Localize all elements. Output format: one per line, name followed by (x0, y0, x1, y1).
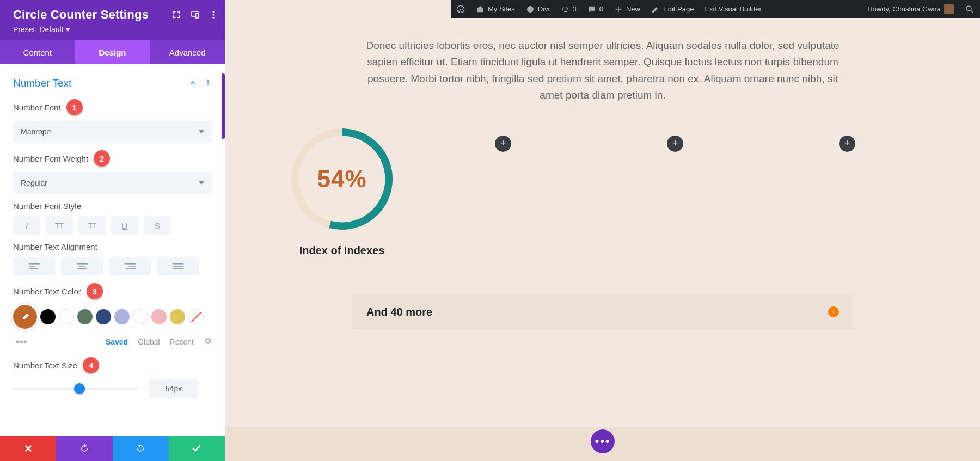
comments-link[interactable]: 0 (582, 0, 609, 18)
save-button[interactable] (169, 436, 225, 461)
divi-settings-panel: Circle Counter Settings Preset: Default … (0, 0, 225, 461)
palette-tab-recent[interactable]: Recent (170, 337, 194, 346)
align-left-button[interactable] (13, 257, 56, 275)
select-number-font[interactable]: Manrope (13, 121, 212, 143)
responsive-icon[interactable] (190, 10, 200, 22)
swatch-navy[interactable] (96, 309, 111, 324)
panel-header: Circle Counter Settings Preset: Default … (0, 0, 225, 40)
kebab-menu-icon[interactable] (204, 77, 212, 89)
redo-button[interactable] (113, 436, 169, 461)
style-underline-button[interactable]: U (111, 216, 138, 235)
group-number-text[interactable]: Number Text (13, 77, 212, 89)
updates-link[interactable]: 3 (555, 0, 582, 18)
kebab-menu-icon[interactable] (209, 10, 218, 22)
caret-down-icon: ▾ (66, 25, 70, 34)
swatch-pink[interactable] (151, 309, 167, 324)
label-number-text-color: Number Text Color 3 (13, 283, 212, 299)
label-number-font: Number Font 1 (13, 99, 212, 115)
style-strikethrough-button[interactable]: S (144, 216, 171, 235)
site-link[interactable]: Divi (520, 0, 555, 18)
swatch-white[interactable] (59, 309, 74, 324)
swatch-periwinkle[interactable] (114, 309, 130, 324)
label-number-font-style: Number Font Style (13, 201, 212, 211)
panel-body: Number Text Number Font 1 Manrope Number… (0, 64, 225, 436)
svg-point-3 (213, 14, 215, 16)
swatch-black[interactable] (40, 309, 56, 324)
svg-point-6 (207, 82, 209, 83)
svg-point-7 (207, 84, 209, 85)
avatar (944, 4, 954, 14)
accordion-item[interactable]: And 40 more + (352, 295, 853, 329)
preset-dropdown[interactable]: Preset: Default ▾ (13, 25, 212, 34)
label-number-font-weight: Number Font Weight 2 (13, 150, 212, 167)
align-center-button[interactable] (61, 257, 103, 275)
wp-logo[interactable] (451, 0, 470, 18)
palette-tab-global[interactable]: Global (138, 337, 160, 346)
swatch-gold[interactable] (170, 309, 185, 324)
my-sites-link[interactable]: My Sites (470, 0, 520, 18)
cancel-button[interactable] (0, 436, 56, 461)
swatch-sage[interactable] (77, 309, 93, 324)
panel-tabs: Content Design Advanced (0, 40, 225, 64)
page-settings-fab[interactable]: ••• (591, 429, 615, 453)
svg-point-21 (527, 6, 534, 13)
annotation-2: 2 (94, 150, 110, 167)
expand-icon[interactable] (171, 10, 181, 22)
svg-point-2 (213, 11, 215, 13)
svg-point-5 (207, 80, 209, 81)
slider-thumb[interactable] (74, 383, 85, 394)
tab-content[interactable]: Content (0, 40, 75, 64)
style-uppercase-button[interactable]: TT (46, 216, 73, 235)
svg-point-4 (213, 17, 215, 19)
circle-counter-number: 54% (289, 126, 395, 232)
edit-page-link[interactable]: Edit Page (646, 0, 699, 18)
palette-gear-icon[interactable] (204, 337, 212, 347)
accordion-expand-icon[interactable]: + (828, 306, 839, 317)
slider-number-text-size[interactable] (13, 388, 138, 390)
panel-footer-actions (0, 436, 225, 461)
annotation-4: 4 (83, 357, 99, 373)
add-module-button[interactable]: + (667, 136, 683, 152)
annotation-3: 3 (87, 283, 103, 299)
panel-scrollbar[interactable] (222, 73, 225, 139)
select-number-font-weight[interactable]: Regular (13, 172, 212, 194)
swatch-none[interactable] (188, 309, 204, 324)
style-italic-button[interactable]: I (13, 216, 40, 235)
input-number-text-size[interactable]: 54px (149, 379, 198, 398)
swatch-white2[interactable] (133, 309, 148, 324)
svg-point-22 (966, 6, 971, 11)
annotation-1: 1 (66, 99, 83, 115)
color-picker-button[interactable] (13, 305, 37, 329)
tab-design[interactable]: Design (75, 40, 150, 64)
add-module-button[interactable]: + (495, 136, 511, 152)
circle-counter-title: Index of Indexes (299, 244, 385, 257)
label-number-text-size: Number Text Size 4 (13, 357, 212, 373)
new-link[interactable]: New (609, 0, 646, 18)
svg-rect-1 (196, 14, 199, 18)
align-justify-button[interactable] (157, 257, 199, 275)
color-swatches (13, 305, 212, 329)
svg-line-23 (971, 10, 973, 13)
account-link[interactable]: Howdy, Christina Gwira (862, 0, 959, 18)
circle-counter-module[interactable]: 54% Index of Indexes (289, 126, 395, 257)
page-preview: My Sites Divi 3 0 New Edit Page Exit Vis… (225, 0, 980, 461)
exit-visual-builder-link[interactable]: Exit Visual Builder (699, 0, 767, 18)
add-module-button[interactable]: + (839, 136, 855, 152)
more-swatches-button[interactable]: ••• (13, 334, 29, 349)
palette-tab-saved[interactable]: Saved (106, 337, 128, 346)
tab-advanced[interactable]: Advanced (150, 40, 225, 64)
search-icon[interactable] (959, 0, 980, 18)
chevron-up-icon[interactable] (189, 77, 197, 89)
style-smallcaps-button[interactable]: TT (78, 216, 106, 235)
lorem-paragraph: Donec ultricies lobortis eros, nec aucto… (358, 38, 848, 104)
wp-adminbar: My Sites Divi 3 0 New Edit Page Exit Vis… (451, 0, 980, 18)
align-right-button[interactable] (109, 257, 151, 275)
undo-button[interactable] (56, 436, 112, 461)
label-number-text-alignment: Number Text Alignment (13, 242, 212, 251)
